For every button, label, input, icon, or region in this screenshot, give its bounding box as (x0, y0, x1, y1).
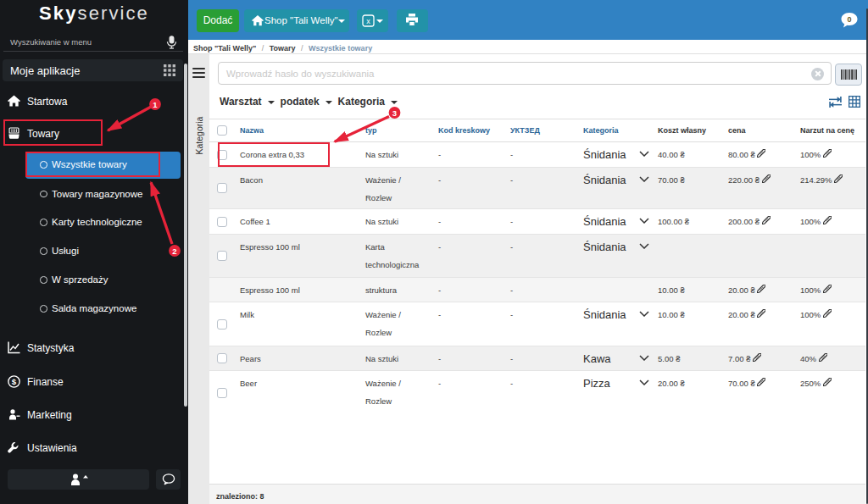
svg-text:0: 0 (847, 15, 851, 24)
svg-text:$: $ (12, 376, 17, 385)
svg-text:x: x (366, 17, 370, 25)
